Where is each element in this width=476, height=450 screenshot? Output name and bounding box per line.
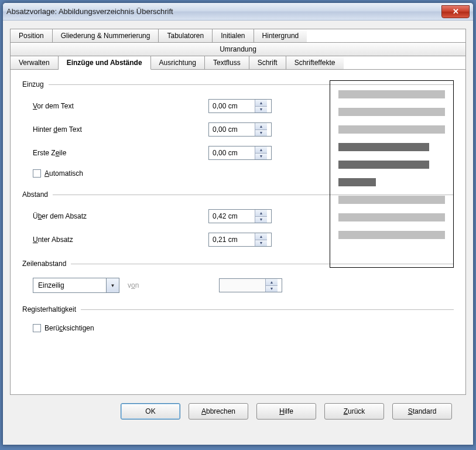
label-auto-indent: Automatisch [44,169,83,178]
label-indent-after: Hinter dem Text [33,125,208,134]
input-linespacing-value [220,279,265,292]
close-button[interactable]: ✕ [441,5,470,18]
spin-up-icon[interactable]: ▲ [255,146,267,154]
window-title: Absatzvorlage: Abbildungsverzeichnis Übe… [6,7,441,16]
tab-dropcaps[interactable]: Initialen [213,29,254,42]
input-indent-before[interactable] [209,100,255,112]
tab-row-1: Position Gliederung & Nummerierung Tabul… [11,29,465,43]
spin-down-icon: ▼ [266,286,278,292]
dropdown-linespacing[interactable]: Einzeilig ▼ [33,278,119,293]
spin-down-icon[interactable]: ▼ [255,240,267,247]
spin-spacing-below[interactable]: ▲▼ [208,233,272,247]
label-indent-before: Vor dem Text [33,102,208,110]
dropdown-linespacing-value: Einzeilig [33,281,106,289]
spin-down-icon[interactable]: ▼ [255,107,267,113]
tab-borders[interactable]: Umrandung [11,43,465,56]
group-register: Registerhaltigkeit Berücksichtigen [22,305,454,337]
input-spacing-above[interactable] [209,210,255,223]
tab-alignment[interactable]: Ausrichtung [151,56,205,69]
spin-up-icon[interactable]: ▲ [255,100,267,107]
titlebar: Absatzvorlage: Abbildungsverzeichnis Übe… [3,3,473,21]
input-indent-after[interactable] [209,123,255,136]
spin-spacing-above[interactable]: ▲▼ [208,209,272,223]
spin-up-icon[interactable]: ▲ [255,123,267,130]
tab-position[interactable]: Position [11,29,53,42]
checkbox-register[interactable] [33,324,41,332]
preview-box [330,80,454,268]
label-von: von [128,281,139,289]
tab-row-2: Umrandung [11,43,465,56]
tab-outline-numbering[interactable]: Gliederung & Nummerierung [53,29,159,42]
spin-up-icon[interactable]: ▲ [255,210,267,217]
spin-indent-after[interactable]: ▲▼ [208,122,272,137]
input-spacing-below[interactable] [209,233,255,246]
tab-font[interactable]: Schrift [249,56,286,69]
legend-spacing: Abstand [22,190,53,199]
tab-indents-spacing[interactable]: Einzüge und Abstände [59,56,151,70]
label-spacing-above: Über dem Absatz [33,212,208,220]
chevron-down-icon[interactable]: ▼ [106,278,119,292]
ok-button[interactable]: OK [121,403,180,420]
close-icon: ✕ [453,7,459,16]
label-spacing-below: Unter Absatz [33,236,208,244]
spin-down-icon[interactable]: ▼ [255,217,267,223]
tab-fonteffects[interactable]: Schrifteffekte [286,56,344,69]
input-indent-first[interactable] [209,146,255,159]
tab-row-3: Verwalten Einzüge und Abstände Ausrichtu… [11,56,465,69]
help-button[interactable]: Hilfe [256,403,316,420]
legend-indent: Einzug [22,80,49,88]
tab-pane-indents-spacing: Einzug Vor dem Text ▲▼ Hinter dem Text ▲… [10,70,466,395]
reset-button[interactable]: Zurück [324,403,384,420]
spin-up-icon[interactable]: ▲ [255,233,267,240]
spin-down-icon[interactable]: ▼ [255,130,267,137]
standard-button[interactable]: Standard [392,403,452,420]
tab-background[interactable]: Hintergrund [254,29,307,42]
button-bar: OK Abbrechen Hilfe Zurück Standard [10,395,466,420]
dialog-window: Absatzvorlage: Abbildungsverzeichnis Übe… [2,2,474,445]
label-register: Berücksichtigen [44,324,94,332]
cancel-button[interactable]: Abbrechen [189,403,248,420]
spin-up-icon: ▲ [266,279,278,286]
spin-indent-before[interactable]: ▲▼ [208,99,272,113]
legend-register: Registerhaltigkeit [22,305,81,313]
checkbox-auto-indent[interactable] [33,169,41,178]
legend-linespacing: Zeilenabstand [22,260,71,268]
tab-container: Position Gliederung & Nummerierung Tabul… [10,29,466,70]
tab-manage[interactable]: Verwalten [11,56,59,69]
dialog-body: Position Gliederung & Nummerierung Tabul… [3,21,473,425]
spin-indent-first[interactable]: ▲▼ [208,146,272,160]
spin-linespacing-value: ▲▼ [219,278,282,292]
tab-tabstops[interactable]: Tabulatoren [159,29,213,42]
spin-down-icon[interactable]: ▼ [255,154,267,160]
label-indent-first: Erste Zeile [33,149,208,157]
tab-textflow[interactable]: Textfluss [205,56,249,69]
